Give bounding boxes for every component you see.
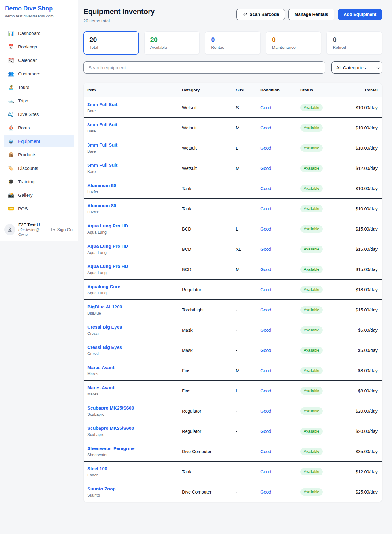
item-brand: Bare: [87, 149, 175, 154]
sidebar-item-pos[interactable]: 💳POS: [4, 202, 74, 215]
condition-link[interactable]: Good: [260, 409, 271, 414]
condition-link[interactable]: Good: [260, 490, 271, 494]
item-name-link[interactable]: Scubapro MK25/S600: [87, 405, 175, 410]
item-name-link[interactable]: Aqua Lung Pro HD: [87, 264, 175, 269]
add-equipment-button[interactable]: Add Equipment: [338, 9, 382, 20]
condition-link[interactable]: Good: [260, 105, 271, 110]
col-header-condition: Condition: [257, 83, 297, 97]
manage-rentals-button[interactable]: Manage Rentals: [288, 9, 334, 20]
stat-label: Total: [89, 45, 133, 50]
sidebar-item-gallery[interactable]: 📸Gallery: [4, 189, 74, 201]
sidebar-item-label: Tours: [18, 85, 29, 90]
item-brand: Aqua Lung: [87, 250, 175, 255]
sidebar-item-training[interactable]: 🎓Training: [4, 175, 74, 188]
item-name-link[interactable]: Aqua Lung Pro HD: [87, 223, 175, 228]
sidebar-item-bookings[interactable]: 📅Bookings: [4, 40, 74, 53]
condition-link[interactable]: Good: [260, 449, 271, 454]
sidebar-item-dive-sites[interactable]: 🌊Dive Sites: [4, 108, 74, 120]
sidebar-item-equipment[interactable]: 🤿Equipment: [4, 135, 74, 147]
item-size: M: [232, 158, 257, 178]
condition-link[interactable]: Good: [260, 247, 271, 252]
table-row: Aqua Lung Pro HDAqua LungBCDXLGoodAvaila…: [84, 239, 382, 259]
item-size: L: [232, 138, 257, 158]
sidebar-item-label: Training: [18, 179, 35, 184]
status-badge: Available: [300, 104, 323, 111]
rental-rate: $10.00/day: [343, 178, 382, 199]
table-row: Scubapro MK25/S600ScubaproRegulator-Good…: [84, 401, 382, 421]
condition-link[interactable]: Good: [260, 429, 271, 434]
condition-link[interactable]: Good: [260, 388, 271, 393]
table-row: BigBlue AL1200BigBlueTorch/Light-GoodAva…: [84, 300, 382, 320]
rental-rate: $10.00/day: [343, 97, 382, 118]
item-name-link[interactable]: Scubapro MK25/S600: [87, 425, 175, 431]
condition-link[interactable]: Good: [260, 206, 271, 211]
motorboat-icon: 🛥️: [8, 98, 14, 104]
table-row: Steel 100FaberTank-GoodAvailable$12.00/d…: [84, 462, 382, 482]
condition-link[interactable]: Good: [260, 287, 271, 292]
stat-card-rented[interactable]: 0Rented: [205, 31, 261, 55]
item-name-link[interactable]: Suunto Zoop: [87, 486, 175, 491]
sidebar-item-customers[interactable]: 👥Customers: [4, 67, 74, 80]
rental-rate: $15.00/day: [343, 239, 382, 259]
item-name-link[interactable]: Aqualung Core: [87, 284, 175, 289]
condition-link[interactable]: Good: [260, 307, 271, 312]
status-badge: Available: [300, 306, 323, 314]
item-category: Dive Computer: [178, 441, 232, 462]
sidebar-item-calendar[interactable]: 📆Calendar: [4, 54, 74, 67]
condition-link[interactable]: Good: [260, 125, 271, 130]
item-name-link[interactable]: Aluminum 80: [87, 183, 175, 188]
item-name-link[interactable]: Cressi Big Eyes: [87, 324, 175, 330]
item-name-link[interactable]: BigBlue AL1200: [87, 304, 175, 309]
condition-link[interactable]: Good: [260, 146, 271, 151]
item-size: M: [232, 118, 257, 138]
item-name-link[interactable]: 3mm Full Suit: [87, 142, 175, 147]
status-badge: Available: [300, 144, 323, 152]
item-name-link[interactable]: Shearwater Peregrine: [87, 446, 175, 451]
status-badge: Available: [300, 124, 323, 132]
item-category: Mask: [178, 320, 232, 340]
sign-out-button[interactable]: Sign Out: [51, 227, 74, 232]
scan-barcode-button[interactable]: Scan Barcode: [236, 9, 285, 20]
sidebar-item-trips[interactable]: 🛥️Trips: [4, 94, 74, 107]
item-name-link[interactable]: Aqua Lung Pro HD: [87, 243, 175, 249]
item-brand: Scubapro: [87, 432, 175, 437]
item-name-link[interactable]: Mares Avanti: [87, 385, 175, 390]
search-input[interactable]: [83, 61, 325, 74]
brand-block: Demo Dive Shop demo.test.divestreams.com: [0, 0, 78, 23]
stat-card-retired[interactable]: 0Retired: [326, 31, 382, 55]
condition-link[interactable]: Good: [260, 368, 271, 373]
item-name-link[interactable]: Mares Avanti: [87, 365, 175, 370]
condition-link[interactable]: Good: [260, 267, 271, 272]
condition-link[interactable]: Good: [260, 227, 271, 231]
bar-chart-icon: 📊: [8, 30, 14, 36]
item-size: L: [232, 381, 257, 401]
status-badge: Available: [300, 367, 323, 374]
table-row: Aluminum 80LuxferTank-GoodAvailable$10.0…: [84, 199, 382, 219]
sidebar-item-dashboard[interactable]: 📊Dashboard: [4, 27, 74, 40]
item-category: Wetsuit: [178, 118, 232, 138]
sidebar-item-tours[interactable]: 🏝️Tours: [4, 81, 74, 93]
user-box: E2E Test U... e2e-tester@... Owner Sign …: [0, 219, 78, 241]
item-name-link[interactable]: 3mm Full Suit: [87, 102, 175, 107]
condition-link[interactable]: Good: [260, 348, 271, 353]
category-select[interactable]: All Categories: [331, 61, 382, 74]
item-name-link[interactable]: Steel 100: [87, 466, 175, 471]
item-category: Wetsuit: [178, 138, 232, 158]
condition-link[interactable]: Good: [260, 469, 271, 474]
stat-value: 0: [272, 36, 315, 44]
item-name-link[interactable]: Cressi Big Eyes: [87, 345, 175, 350]
rental-rate: $5.00/day: [343, 320, 382, 340]
condition-link[interactable]: Good: [260, 166, 271, 171]
item-category: BCD: [178, 219, 232, 239]
item-name-link[interactable]: Aluminum 80: [87, 203, 175, 208]
sidebar-item-discounts[interactable]: 🏷️Discounts: [4, 162, 74, 174]
sidebar-item-boats[interactable]: ⛵Boats: [4, 121, 74, 134]
item-name-link[interactable]: 3mm Full Suit: [87, 122, 175, 127]
stat-card-available[interactable]: 20Available: [144, 31, 200, 55]
condition-link[interactable]: Good: [260, 186, 271, 191]
stat-card-maintenance[interactable]: 0Maintenance: [266, 31, 322, 55]
stat-card-total[interactable]: 20Total: [83, 31, 139, 55]
item-name-link[interactable]: 5mm Full Suit: [87, 162, 175, 168]
condition-link[interactable]: Good: [260, 328, 271, 333]
sidebar-item-products[interactable]: 📦Products: [4, 148, 74, 161]
